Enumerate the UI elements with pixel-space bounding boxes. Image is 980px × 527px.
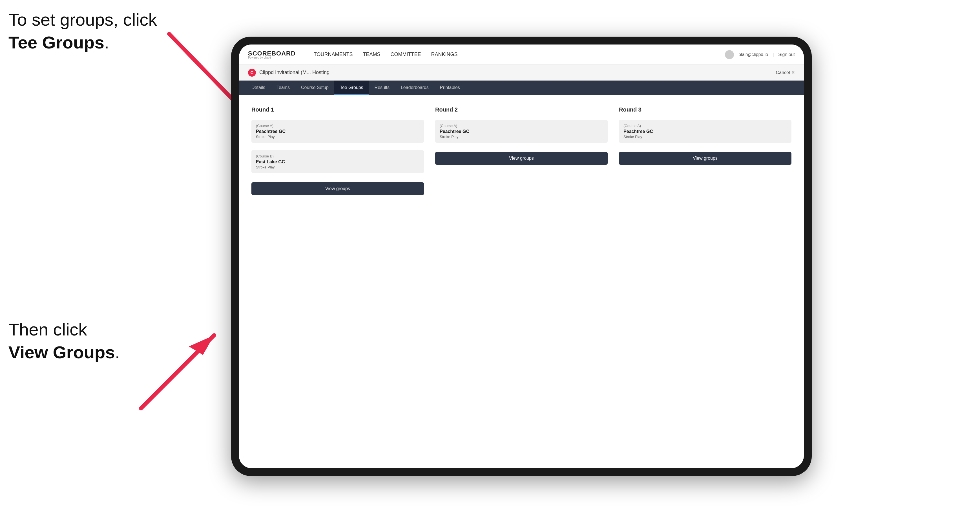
instruction-top-suffix: . — [104, 33, 109, 52]
logo-sub: Powered by clippit — [248, 56, 271, 59]
tab-teams[interactable]: Teams — [271, 81, 295, 95]
round-2-course-a-type: Stroke Play — [440, 135, 603, 139]
tablet-screen: SCOREBOARD Powered by clippit TOURNAMENT… — [239, 44, 804, 468]
round-1-course-b-card: (Course B) East Lake GC Stroke Play — [251, 150, 424, 173]
round-2-course-a-name: Peachtree GC — [440, 129, 603, 134]
nav-bar: SCOREBOARD Powered by clippit TOURNAMENT… — [239, 44, 804, 65]
instruction-bottom-bold: View Groups — [8, 343, 115, 362]
round-1-course-a-card: (Course A) Peachtree GC Stroke Play — [251, 120, 424, 143]
round-1-course-a-name: Peachtree GC — [256, 129, 419, 134]
user-avatar — [725, 50, 734, 59]
round-3-view-groups-button[interactable]: View groups — [619, 152, 791, 165]
nav-rankings[interactable]: RANKINGS — [431, 52, 458, 57]
tab-printables[interactable]: Printables — [434, 81, 466, 95]
instruction-bottom-line1: Then click — [8, 320, 87, 339]
round-2-view-groups-button[interactable]: View groups — [435, 152, 608, 165]
tab-leaderboards[interactable]: Leaderboards — [395, 81, 434, 95]
nav-right: blair@clippd.io | Sign out — [725, 50, 795, 59]
round-3-course-a-label: (Course A) — [624, 124, 787, 128]
svg-marker-3 — [189, 335, 214, 355]
round-1-course-a-label: (Course A) — [256, 124, 419, 128]
round-1-course-b-type: Stroke Play — [256, 165, 419, 169]
round-1-course-b-label: (Course B) — [256, 154, 419, 158]
tablet-device: SCOREBOARD Powered by clippit TOURNAMENT… — [231, 37, 812, 476]
nav-tournaments[interactable]: TOURNAMENTS — [314, 52, 353, 57]
round-1-course-a-type: Stroke Play — [256, 135, 419, 139]
round-3-title: Round 3 — [619, 106, 791, 113]
round-1-course-b-name: East Lake GC — [256, 159, 419, 165]
instruction-bottom: Then click View Groups. — [8, 318, 120, 364]
tab-course-setup[interactable]: Course Setup — [295, 81, 334, 95]
round-2-title: Round 2 — [435, 106, 608, 113]
round-2-course-a-card: (Course A) Peachtree GC Stroke Play — [435, 120, 608, 143]
user-email: blair@clippd.io — [738, 52, 768, 57]
round-3-course-a-type: Stroke Play — [624, 135, 787, 139]
sub-logo-c: C — [248, 69, 256, 76]
round-1-title: Round 1 — [251, 106, 424, 113]
tab-tee-groups[interactable]: Tee Groups — [334, 81, 369, 95]
nav-teams[interactable]: TEAMS — [363, 52, 380, 57]
round-2-course-a-label: (Course A) — [440, 124, 603, 128]
nav-links: TOURNAMENTS TEAMS COMMITTEE RANKINGS — [314, 52, 458, 57]
arrow-bottom-icon — [135, 324, 226, 414]
rounds-grid: Round 1 (Course A) Peachtree GC Stroke P… — [251, 106, 791, 195]
sub-header-left: C Clippd Invitational (M... Hosting — [248, 69, 329, 76]
round-1-section: Round 1 (Course A) Peachtree GC Stroke P… — [251, 106, 424, 195]
sign-out-link[interactable]: Sign out — [778, 52, 795, 57]
instruction-top-bold: Tee Groups — [8, 33, 104, 52]
sub-header-title: Clippd Invitational (M... Hosting — [259, 70, 329, 76]
round-3-course-a-name: Peachtree GC — [624, 129, 787, 134]
sub-header: C Clippd Invitational (M... Hosting Canc… — [239, 65, 804, 81]
cancel-button[interactable]: Cancel ✕ — [776, 70, 795, 75]
round-3-course-a-card: (Course A) Peachtree GC Stroke Play — [619, 120, 791, 143]
tab-details[interactable]: Details — [246, 81, 271, 95]
instruction-top: To set groups, click Tee Groups. — [8, 8, 157, 54]
tab-results[interactable]: Results — [369, 81, 395, 95]
nav-committee[interactable]: COMMITTEE — [391, 52, 421, 57]
round-2-section: Round 2 (Course A) Peachtree GC Stroke P… — [435, 106, 608, 195]
tab-bar: Details Teams Course Setup Tee Groups Re… — [239, 81, 804, 95]
main-content: Round 1 (Course A) Peachtree GC Stroke P… — [239, 95, 804, 468]
logo-area: SCOREBOARD Powered by clippit — [248, 50, 296, 59]
instruction-bottom-suffix: . — [115, 343, 120, 362]
instruction-top-line1: To set groups, click — [8, 10, 157, 29]
round-3-section: Round 3 (Course A) Peachtree GC Stroke P… — [619, 106, 791, 195]
round-1-view-groups-button[interactable]: View groups — [251, 182, 424, 195]
